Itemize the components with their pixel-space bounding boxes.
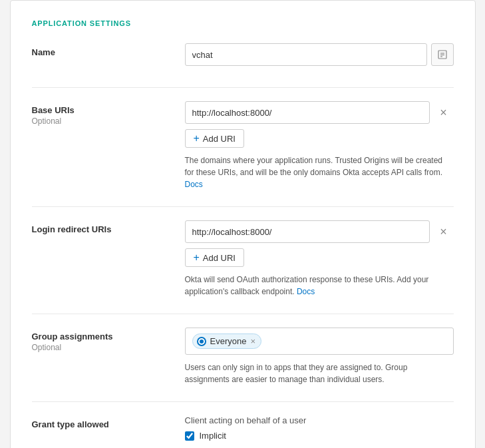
add-redirect-uri-btn[interactable]: + Add URI <box>185 248 244 267</box>
implicit-checkbox[interactable] <box>185 431 194 441</box>
add-redirect-uri-label: Add URI <box>203 253 236 263</box>
login-redirect-remove-btn[interactable]: × <box>434 220 454 243</box>
base-uris-docs-link[interactable]: Docs <box>185 180 203 189</box>
everyone-tag: Everyone × <box>192 334 262 349</box>
login-redirect-content: × + Add URI Okta will send OAuth authori… <box>185 220 454 298</box>
grant-type-label: Grant type allowed <box>32 415 185 429</box>
login-redirect-help: Okta will send OAuth authorization respo… <box>185 274 454 298</box>
group-assignments-label: Group assignments Optional <box>32 328 185 352</box>
base-uris-content: × + Add URI The domains where your appli… <box>185 101 454 190</box>
group-assignments-row: Group assignments Optional Everyone × Us… <box>32 328 454 385</box>
add-base-uri-label: Add URI <box>203 134 236 144</box>
login-redirect-row: Login redirect URIs × + Add URI Okta wil… <box>32 220 454 298</box>
group-assignments-help: Users can only sign in to apps that they… <box>185 361 454 385</box>
name-icon-btn[interactable] <box>431 43 454 66</box>
tag-label: Everyone <box>210 336 247 346</box>
tag-remove-btn[interactable]: × <box>250 337 255 345</box>
name-input[interactable] <box>185 43 427 66</box>
divider-1 <box>32 87 454 88</box>
base-uri-input-row: × <box>185 101 454 124</box>
key-icon <box>438 50 447 59</box>
implicit-label: Implicit <box>200 431 226 441</box>
tag-radio-inner <box>200 339 204 343</box>
grant-type-content: Client acting on behalf of a user Implic… <box>185 415 454 448</box>
login-redirect-label: Login redirect URIs <box>32 220 185 234</box>
base-uris-help: The domains where your application runs.… <box>185 154 454 190</box>
login-redirect-docs-link[interactable]: Docs <box>297 287 315 296</box>
grant-type-row: Grant type allowed Client acting on beha… <box>32 415 454 448</box>
group-assignments-box[interactable]: Everyone × <box>185 328 454 355</box>
group-assignments-content: Everyone × Users can only sign in to app… <box>185 328 454 385</box>
plus-icon-2: + <box>194 252 200 263</box>
add-base-uri-btn[interactable]: + Add URI <box>185 129 244 148</box>
name-input-row <box>185 43 454 66</box>
divider-4 <box>32 401 454 402</box>
name-content <box>185 43 454 71</box>
plus-icon-1: + <box>194 133 200 144</box>
base-uri-remove-btn[interactable]: × <box>434 101 454 124</box>
client-acting-label: Client acting on behalf of a user <box>185 415 454 425</box>
implicit-checkbox-row: Implicit <box>185 431 454 441</box>
divider-2 <box>32 206 454 207</box>
tag-radio-icon <box>197 337 206 346</box>
section-title: APPLICATION SETTINGS <box>32 19 454 27</box>
name-row: Name <box>32 43 454 71</box>
login-redirect-input-row: × <box>185 220 454 243</box>
base-uris-label: Base URIs Optional <box>32 101 185 126</box>
base-uris-row: Base URIs Optional × + Add URI The domai… <box>32 101 454 190</box>
name-label: Name <box>32 43 185 57</box>
base-uri-input[interactable] <box>185 101 430 124</box>
application-settings-card: APPLICATION SETTINGS Name B <box>10 0 476 448</box>
divider-3 <box>32 314 454 314</box>
login-redirect-input[interactable] <box>185 220 430 243</box>
